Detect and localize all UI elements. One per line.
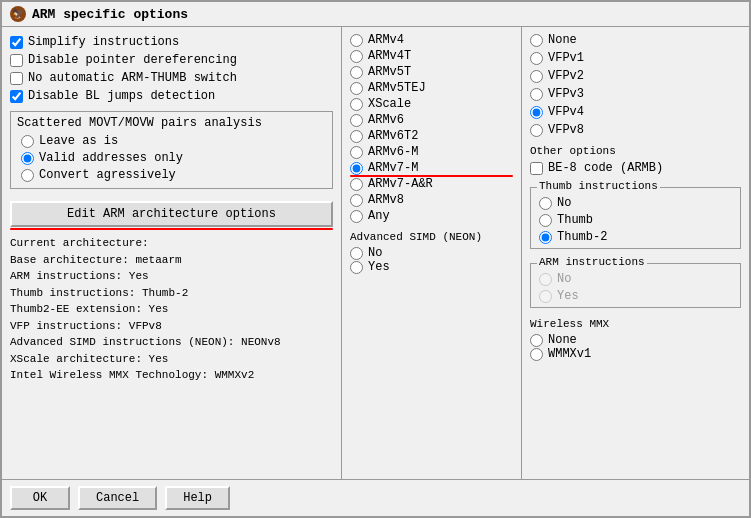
valid-radio[interactable] [21, 152, 34, 165]
armv7m-row: ARMv7-M [350, 161, 513, 175]
scattered-radio-group: Leave as is Valid addresses only Convert… [21, 134, 326, 182]
vfpv1-row: VFPv1 [530, 51, 741, 65]
simd-yes-radio[interactable] [350, 261, 363, 274]
any-label: Any [368, 209, 390, 223]
edit-btn-container: Edit ARM architecture options [10, 193, 333, 227]
wmmxv1-row: WMMXv1 [530, 347, 741, 361]
thumb-groupbox-title: Thumb instructions [537, 180, 660, 192]
help-button[interactable]: Help [165, 486, 230, 510]
armv4t-row: ARMv4T [350, 49, 513, 63]
xscale-radio[interactable] [350, 98, 363, 111]
simd-no-radio[interactable] [350, 247, 363, 260]
vfpv3-radio[interactable] [530, 88, 543, 101]
simplify-label: Simplify instructions [28, 35, 179, 49]
leave-label: Leave as is [39, 134, 118, 148]
arm-instr-no-radio [539, 273, 552, 286]
armv5t-radio[interactable] [350, 66, 363, 79]
other-options-label: Other options [530, 145, 741, 157]
vfpv2-radio[interactable] [530, 70, 543, 83]
thumb-groupbox-content: No Thumb Thumb-2 [539, 196, 732, 244]
disable-bl-row: Disable BL jumps detection [10, 89, 333, 103]
armv6t2-row: ARMv6T2 [350, 129, 513, 143]
thumb2-radio[interactable] [539, 231, 552, 244]
be8-checkbox[interactable] [530, 162, 543, 175]
disable-ptr-row: Disable pointer dereferencing [10, 53, 333, 67]
simplify-row: Simplify instructions [10, 35, 333, 49]
vfpv2-label: VFPv2 [548, 69, 584, 83]
thumb2-row: Thumb-2 [539, 230, 732, 244]
no-auto-checkbox[interactable] [10, 72, 23, 85]
armv6m-radio[interactable] [350, 146, 363, 159]
current-arch-block: Current architecture: Base architecture:… [10, 235, 333, 384]
vfpv8-row: VFPv8 [530, 123, 741, 137]
content-area: Simplify instructions Disable pointer de… [2, 27, 749, 479]
edit-btn-underline [10, 228, 333, 230]
simd-no-row: No [350, 246, 513, 260]
ok-button[interactable]: OK [10, 486, 70, 510]
thumb-thumb-radio[interactable] [539, 214, 552, 227]
armv6-label: ARMv6 [368, 113, 404, 127]
arch-line-0: Base architecture: metaarm [10, 254, 182, 266]
armv6-row: ARMv6 [350, 113, 513, 127]
convert-row: Convert agressively [21, 168, 326, 182]
right-panel: None VFPv1 VFPv2 VFPv3 VFPv4 VFPv8 [522, 27, 749, 479]
adv-simd-label: Advanced SIMD (NEON) [350, 231, 513, 243]
wireless-mmx-label: Wireless MMX [530, 318, 741, 330]
armv6-radio[interactable] [350, 114, 363, 127]
convert-radio[interactable] [21, 169, 34, 182]
armv4t-radio[interactable] [350, 50, 363, 63]
current-arch-label: Current architecture: [10, 237, 149, 249]
armv7ar-radio[interactable] [350, 178, 363, 191]
no-auto-label: No automatic ARM-THUMB switch [28, 71, 237, 85]
vfpv1-radio[interactable] [530, 52, 543, 65]
vfpv4-row: VFPv4 [530, 105, 741, 119]
thumb2-label: Thumb-2 [557, 230, 607, 244]
vfp-none-label: None [548, 33, 577, 47]
leave-radio[interactable] [21, 135, 34, 148]
middle-panel: ARMv4 ARMv4T ARMv5T ARMv5TEJ XScale ARMv… [342, 27, 522, 479]
armv6t2-label: ARMv6T2 [368, 129, 418, 143]
disable-bl-label: Disable BL jumps detection [28, 89, 215, 103]
window-title: ARM specific options [32, 7, 188, 22]
disable-ptr-label: Disable pointer dereferencing [28, 53, 237, 67]
disable-bl-checkbox[interactable] [10, 90, 23, 103]
leave-row: Leave as is [21, 134, 326, 148]
armv7m-radio[interactable] [350, 162, 363, 175]
armv4-radio[interactable] [350, 34, 363, 47]
wmm-none-row: None [530, 333, 741, 347]
arm-instr-groupbox-title: ARM instructions [537, 256, 647, 268]
edit-arch-button[interactable]: Edit ARM architecture options [10, 201, 333, 227]
wmm-none-radio[interactable] [530, 334, 543, 347]
be8-row: BE-8 code (ARMB) [530, 161, 741, 175]
vfp-none-radio[interactable] [530, 34, 543, 47]
any-radio[interactable] [350, 210, 363, 223]
vfp-none-row: None [530, 33, 741, 47]
thumb-no-radio[interactable] [539, 197, 552, 210]
cancel-button[interactable]: Cancel [78, 486, 157, 510]
arch-line-5: Advanced SIMD instructions (NEON): NEONv… [10, 336, 281, 348]
armv7ar-row: ARMv7-A&R [350, 177, 513, 191]
arch-line-7: Intel Wireless MMX Technology: WMMXv2 [10, 369, 254, 381]
arch-line-1: ARM instructions: Yes [10, 270, 149, 282]
armv6t2-radio[interactable] [350, 130, 363, 143]
thumb-no-row: No [539, 196, 732, 210]
disable-ptr-checkbox[interactable] [10, 54, 23, 67]
armv5tej-label: ARMv5TEJ [368, 81, 426, 95]
armv5tej-radio[interactable] [350, 82, 363, 95]
arm-instr-content: No Yes [539, 272, 732, 303]
simplify-checkbox[interactable] [10, 36, 23, 49]
armv6m-row: ARMv6-M [350, 145, 513, 159]
armv5t-row: ARMv5T [350, 65, 513, 79]
armv7ar-label: ARMv7-A&R [368, 177, 433, 191]
armv8-radio[interactable] [350, 194, 363, 207]
arch-line-4: VFP instructions: VFPv8 [10, 320, 162, 332]
xscale-label: XScale [368, 97, 411, 111]
vfpv8-radio[interactable] [530, 124, 543, 137]
wmm-none-label: None [548, 333, 577, 347]
vfpv4-label: VFPv4 [548, 105, 584, 119]
vfpv4-radio[interactable] [530, 106, 543, 119]
armv5tej-row: ARMv5TEJ [350, 81, 513, 95]
wireless-mmx-section: Wireless MMX None WMMXv1 [530, 318, 741, 361]
wmmxv1-radio[interactable] [530, 348, 543, 361]
thumb-groupbox: Thumb instructions No Thumb Thumb-2 [530, 187, 741, 249]
